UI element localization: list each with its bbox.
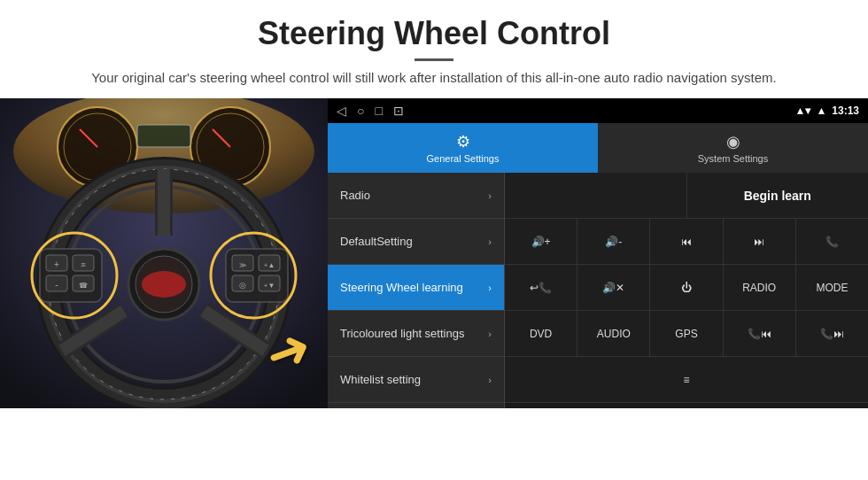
tab-system-label: System Settings	[698, 153, 768, 164]
nav-buttons: ◁ ○ □ ⊡	[337, 104, 404, 118]
svg-text:+▼: +▼	[264, 282, 275, 290]
phone-next-button[interactable]: 📞⏭	[796, 311, 868, 356]
time-display: 13:13	[832, 105, 859, 117]
menu-item-tricoloured[interactable]: Tricoloured light settings ›	[328, 311, 504, 357]
vol-up-button[interactable]: 🔊+	[505, 219, 577, 264]
svg-text:+: +	[54, 259, 59, 269]
android-panel: ◁ ○ □ ⊡ ▲▾ ▲ 13:13 ⚙ General Settings ◉ …	[328, 98, 868, 408]
begin-learn-button[interactable]: Begin learn	[687, 173, 869, 218]
power-icon: ⏻	[681, 282, 692, 294]
right-control-panel: Begin learn 🔊+ 🔊- ⏮ ⏭	[505, 173, 868, 408]
next-track-button[interactable]: ⏭	[724, 219, 796, 264]
ctrl-row-0: Begin learn	[505, 173, 868, 219]
back-nav-icon[interactable]: ◁	[337, 104, 346, 118]
ctrl-row-1: 🔊+ 🔊- ⏮ ⏭ 📞	[505, 219, 868, 265]
menu-item-steering-wheel[interactable]: Steering Wheel learning ›	[328, 265, 504, 311]
svg-text:-: -	[55, 280, 58, 290]
home-nav-icon[interactable]: ○	[357, 104, 364, 118]
phone-prev-button[interactable]: 📞⏮	[724, 311, 796, 356]
system-settings-icon: ◉	[726, 132, 740, 151]
ctrl-row-2: ↩📞 🔊✕ ⏻ RADIO MODE	[505, 265, 868, 311]
recent-nav-icon[interactable]: □	[375, 104, 382, 118]
svg-text:≡: ≡	[81, 260, 85, 269]
hangup-icon: ↩📞	[530, 282, 552, 294]
phone-button[interactable]: 📞	[796, 219, 868, 264]
svg-text:◎: ◎	[239, 281, 246, 290]
audio-label: AUDIO	[597, 328, 631, 340]
audio-button[interactable]: AUDIO	[577, 311, 650, 356]
status-indicators: ▲▾ ▲ 13:13	[795, 105, 859, 117]
vol-down-button[interactable]: 🔊-	[577, 219, 650, 264]
hangup-button[interactable]: ↩📞	[505, 265, 577, 310]
svg-text:≫: ≫	[239, 261, 246, 269]
svg-point-22	[142, 271, 186, 298]
status-bar: ◁ ○ □ ⊡ ▲▾ ▲ 13:13	[328, 98, 868, 123]
chevron-default-icon: ›	[488, 236, 492, 247]
gps-button[interactable]: GPS	[650, 311, 723, 356]
vol-up-icon: 🔊+	[531, 236, 551, 248]
list-button[interactable]: ≡	[505, 357, 868, 402]
tab-general-settings[interactable]: ⚙ General Settings	[328, 123, 598, 173]
vol-down-icon: 🔊-	[605, 236, 622, 248]
list-icon: ≡	[683, 374, 689, 386]
next-track-icon: ⏭	[754, 236, 764, 248]
svg-text:+▲: +▲	[264, 261, 275, 269]
left-menu: Radio › DefaultSetting › Steering Wheel …	[328, 173, 505, 408]
dvd-button[interactable]: DVD	[505, 311, 577, 356]
prev-track-icon: ⏮	[681, 236, 692, 248]
signal-icon: ▲▾	[795, 105, 811, 117]
gps-label: GPS	[675, 328, 697, 340]
ctrl-row-3: DVD AUDIO GPS 📞⏮ 📞⏭	[505, 311, 868, 357]
chevron-steering-icon: ›	[488, 283, 492, 293]
page-title: Steering Wheel Control	[53, 16, 815, 51]
chevron-tricoloured-icon: ›	[488, 329, 492, 339]
phone-next-icon: 📞⏭	[820, 328, 844, 340]
wifi-icon: ▲	[816, 105, 826, 117]
ctrl-row-4: ≡	[505, 357, 868, 403]
dvd-label: DVD	[530, 328, 552, 340]
phone-prev-icon: 📞⏮	[748, 328, 771, 340]
svg-rect-6	[137, 125, 190, 147]
radio-button[interactable]: RADIO	[724, 265, 796, 310]
tab-system-settings[interactable]: ◉ System Settings	[598, 123, 868, 173]
chevron-whitelist-icon: ›	[488, 375, 492, 385]
svg-text:☎: ☎	[79, 282, 88, 290]
cast-nav-icon[interactable]: ⊡	[393, 104, 404, 118]
top-section: Steering Wheel Control Your original car…	[0, 0, 868, 98]
chevron-radio-icon: ›	[488, 190, 492, 201]
mode-label: MODE	[816, 282, 848, 294]
mute-icon: 🔊✕	[602, 282, 624, 294]
phone-icon: 📞	[825, 236, 839, 248]
mute-button[interactable]: 🔊✕	[577, 265, 650, 310]
subtitle-text: Your original car's steering wheel contr…	[53, 68, 815, 89]
tab-bar: ⚙ General Settings ◉ System Settings	[328, 123, 868, 173]
menu-item-whitelist[interactable]: Whitelist setting ›	[328, 357, 504, 403]
mode-button[interactable]: MODE	[796, 265, 868, 310]
car-image-panel: + - ≡ ☎ ≫ ◎ +▲ +▼ ➜	[0, 98, 328, 408]
menu-item-default-setting[interactable]: DefaultSetting ›	[328, 219, 504, 265]
power-button[interactable]: ⏻	[650, 265, 723, 310]
content-area: + - ≡ ☎ ≫ ◎ +▲ +▼ ➜ ◁	[0, 98, 868, 408]
title-divider	[415, 58, 453, 61]
panel-body: Radio › DefaultSetting › Steering Wheel …	[328, 173, 868, 408]
radio-label: RADIO	[742, 282, 776, 294]
menu-item-radio[interactable]: Radio ›	[328, 173, 504, 219]
prev-track-button[interactable]: ⏮	[650, 219, 723, 264]
tab-general-label: General Settings	[427, 153, 500, 164]
ctrl-empty-slot	[505, 173, 687, 218]
general-settings-icon: ⚙	[456, 132, 470, 151]
